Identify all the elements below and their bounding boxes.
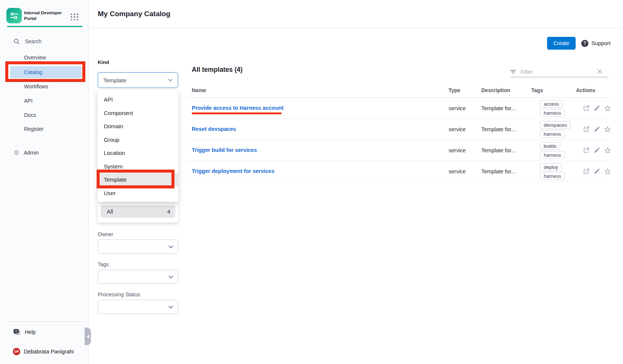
favorite-star-icon[interactable]	[604, 126, 611, 133]
kind-dropdown: API Component Domain Group Location Syst…	[98, 90, 178, 202]
template-link[interactable]: Reset devspaces	[192, 126, 236, 132]
chevron-down-icon	[168, 79, 173, 82]
admin-label: Admin	[24, 150, 39, 156]
collapse-left-arrow-icon	[87, 335, 89, 338]
kind-summary-row-all[interactable]: All 4	[101, 205, 175, 218]
open-in-new-icon[interactable]	[583, 105, 590, 112]
kind-summary-count: 4	[167, 208, 170, 215]
processing-status-select[interactable]	[98, 300, 178, 314]
tags-cell: access harness	[540, 100, 565, 117]
sidebar: Internal Developer Portal Search Overvie…	[0, 0, 89, 364]
kind-option-template[interactable]: Template	[98, 173, 178, 187]
column-header-type: Type	[449, 87, 461, 93]
table-header-row: Name Type Description Tags Actions	[187, 85, 609, 98]
templates-table: Name Type Description Tags Actions Provi…	[187, 85, 609, 182]
clear-filter-icon[interactable]	[596, 68, 603, 75]
sidebar-search[interactable]: Search	[14, 36, 41, 47]
kind-select-value: Template	[103, 77, 126, 83]
column-header-description: Description	[481, 87, 510, 93]
edit-pencil-icon[interactable]	[593, 105, 600, 112]
favorite-star-icon[interactable]	[604, 147, 611, 154]
chevron-down-icon	[168, 245, 173, 249]
tags-cell: builds harness	[540, 142, 565, 159]
kind-label: Kind	[98, 59, 109, 65]
brand-title-line1: Internal Developer	[24, 10, 62, 16]
open-in-new-icon[interactable]	[583, 147, 590, 154]
tag-chip: deploy	[540, 163, 562, 171]
tag-chip: harness	[540, 109, 565, 117]
kind-option-location[interactable]: Location	[98, 146, 178, 160]
tag-chip: devspaces	[540, 121, 571, 129]
sidebar-item-admin[interactable]: ⚙ Admin	[14, 147, 39, 159]
type-cell: service	[449, 147, 466, 153]
favorite-star-icon[interactable]	[604, 105, 611, 112]
actions-cell	[583, 168, 611, 175]
actions-cell	[583, 126, 611, 133]
description-cell: Template for...	[481, 147, 515, 153]
chevron-down-icon	[168, 275, 173, 279]
chevron-down-icon	[168, 305, 173, 309]
edit-pencil-icon[interactable]	[593, 126, 600, 133]
page-header: My Company Catalog	[89, 0, 623, 28]
type-cell: service	[449, 105, 466, 111]
table-title: All templates (4)	[192, 66, 243, 74]
kind-option-system[interactable]: System	[98, 160, 178, 173]
description-cell: Template for...	[481, 126, 515, 132]
template-link[interactable]: Trigger deployment for services	[192, 168, 274, 174]
template-link[interactable]: Trigger build for services	[192, 147, 257, 153]
filter-input[interactable]	[520, 68, 588, 75]
sidebar-item-catalog[interactable]: Catalog	[10, 66, 82, 78]
kind-option-domain[interactable]: Domain	[98, 120, 178, 133]
sidebar-item-register[interactable]: Register	[10, 123, 82, 135]
kind-summary-label: All	[107, 208, 113, 215]
apps-grid-icon[interactable]	[71, 14, 79, 21]
help-label: Help	[25, 329, 36, 335]
open-in-new-icon[interactable]	[583, 126, 590, 133]
sidebar-search-label: Search	[25, 38, 41, 44]
tags-label: Tags	[98, 261, 109, 267]
table-filter	[510, 67, 608, 77]
user-menu[interactable]: DP Debabrata Panigrahi	[13, 346, 74, 357]
owner-label: Owner	[98, 231, 113, 237]
column-header-name: Name	[192, 87, 206, 93]
column-header-actions: Actions	[576, 87, 595, 93]
brand-divider	[7, 26, 82, 27]
sidebar-item-docs[interactable]: Docs	[10, 109, 82, 121]
table-row: Reset devspaces service Template for... …	[187, 119, 609, 140]
support-button[interactable]: ? Support	[581, 37, 611, 50]
sidebar-item-workflows[interactable]: Workflows	[10, 80, 82, 93]
sidebar-footer-divider	[7, 322, 82, 322]
brand-title-line2: Portal	[24, 16, 62, 21]
brand-title: Internal Developer Portal	[24, 10, 62, 21]
favorite-star-icon[interactable]	[604, 168, 611, 175]
tags-cell: deploy harness	[540, 163, 565, 180]
filter-icon	[510, 68, 517, 75]
sidebar-item-api[interactable]: API	[10, 95, 82, 107]
page-title: My Company Catalog	[98, 10, 170, 18]
tags-select[interactable]	[98, 270, 178, 284]
table-row: Trigger build for services service Templ…	[187, 140, 609, 161]
sidebar-collapse-handle[interactable]	[85, 328, 91, 345]
kind-select[interactable]: Template	[98, 72, 178, 88]
owner-select[interactable]	[98, 240, 178, 254]
template-link[interactable]: Provide access to Harness account	[192, 105, 283, 111]
sidebar-item-overview[interactable]: Overview	[10, 52, 82, 64]
kind-option-api[interactable]: API	[98, 93, 178, 106]
sidebar-help[interactable]: ? Help	[14, 327, 36, 337]
app-logo-icon	[6, 8, 22, 23]
tag-chip: access	[540, 100, 562, 108]
actions-cell	[583, 105, 611, 112]
create-button[interactable]: Create	[547, 37, 576, 50]
open-in-new-icon[interactable]	[583, 168, 590, 175]
kind-summary-card: All 4	[98, 203, 178, 223]
kind-option-group[interactable]: Group	[98, 133, 178, 147]
user-avatar: DP	[13, 348, 20, 355]
column-header-tags: Tags	[531, 87, 543, 93]
table-row: Provide access to Harness account servic…	[187, 98, 609, 119]
kind-option-user[interactable]: User	[98, 187, 178, 200]
edit-pencil-icon[interactable]	[593, 147, 600, 154]
kind-option-component[interactable]: Component	[98, 106, 178, 120]
actions-cell	[583, 147, 611, 154]
edit-pencil-icon[interactable]	[593, 168, 600, 175]
tags-cell: devspaces harness	[540, 121, 571, 138]
